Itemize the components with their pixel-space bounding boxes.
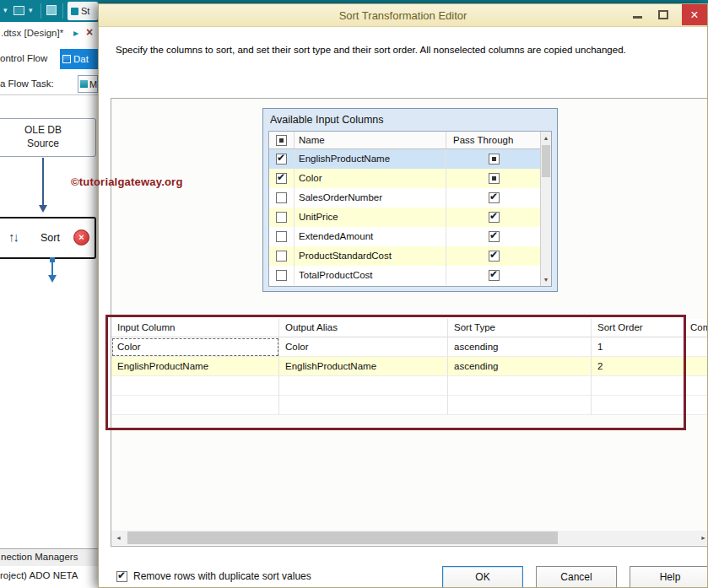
- input-column-cell[interactable]: EnglishProductName: [111, 357, 279, 376]
- scroll-right-icon[interactable]: ►: [696, 531, 708, 545]
- available-column-row[interactable]: ExtendedAmount: [269, 227, 542, 246]
- available-input-columns-table: Name Pass Through EnglishProductName Col…: [268, 131, 552, 287]
- column-select-checkbox[interactable]: [276, 231, 287, 242]
- column-select-checkbox[interactable]: [276, 212, 287, 223]
- data-path-arrow[interactable]: [51, 262, 53, 275]
- maximize-button[interactable]: [651, 4, 675, 25]
- cancel-button[interactable]: Cancel: [536, 566, 617, 588]
- sort-arrows-icon: ↑↓: [8, 229, 18, 244]
- sort-node[interactable]: ↑↓ Sort ×: [0, 217, 96, 259]
- available-column-row[interactable]: ProductStandardCost: [269, 246, 542, 266]
- flow-task-row: a Flow Task: M: [0, 73, 98, 95]
- sort-type-cell[interactable]: ascending: [448, 357, 592, 376]
- dropdown-caret-icon[interactable]: ▾: [3, 6, 8, 14]
- pass-through-checkbox[interactable]: [489, 154, 500, 165]
- tab-data-flow[interactable]: Dat: [60, 49, 98, 69]
- toolbar-icon[interactable]: [46, 5, 57, 15]
- input-column-cell[interactable]: [111, 376, 279, 396]
- sort-grid-row: Color Color ascending 1: [111, 337, 708, 357]
- sort-grid-row: EnglishProductName EnglishProductName as…: [111, 357, 708, 376]
- vertical-scrollbar[interactable]: ▲ ▼: [540, 132, 551, 286]
- window-icon[interactable]: [14, 6, 24, 15]
- scroll-left-icon[interactable]: ◄: [111, 531, 126, 545]
- close-button[interactable]: ×: [682, 4, 707, 25]
- output-alias-cell[interactable]: [279, 376, 448, 396]
- column-select-checkbox[interactable]: [276, 270, 287, 281]
- ole-db-source-label: OLE DB Source: [16, 124, 70, 150]
- input-column-cell[interactable]: Color: [111, 337, 279, 357]
- comparison-flags-cell[interactable]: [684, 376, 708, 396]
- task-icon: [80, 80, 88, 88]
- document-tab[interactable]: .dtsx [Design]*: [1, 28, 63, 38]
- dialog-title-bar[interactable]: Sort Transformation Editor ×: [99, 4, 707, 27]
- sort-type-cell[interactable]: ascending: [448, 337, 592, 357]
- available-column-row[interactable]: UnitPrice: [269, 208, 542, 227]
- output-alias-cell[interactable]: Color: [279, 337, 448, 357]
- column-select-checkbox[interactable]: [276, 251, 287, 262]
- sort-order-cell[interactable]: [592, 396, 684, 415]
- horizontal-scrollbar[interactable]: ◄ ►: [111, 531, 708, 545]
- dialog-title: Sort Transformation Editor: [99, 9, 707, 22]
- designer-tabs-row: ontrol Flow Dat: [0, 46, 98, 70]
- flow-task-value: M: [89, 79, 97, 89]
- output-alias-cell[interactable]: EnglishProductName: [279, 357, 448, 376]
- column-select-checkbox[interactable]: [276, 173, 287, 184]
- available-column-row[interactable]: TotalProductCost: [269, 266, 542, 285]
- column-select-checkbox[interactable]: [276, 154, 287, 165]
- pass-through-checkbox[interactable]: [489, 251, 500, 262]
- start-label: St: [81, 6, 89, 16]
- sort-order-cell[interactable]: 1: [592, 337, 684, 357]
- sort-order-cell[interactable]: [592, 376, 684, 396]
- scroll-up-icon[interactable]: ▲: [541, 132, 551, 144]
- available-column-row[interactable]: SalesOrderNumber: [269, 188, 542, 208]
- comparison-flags-cell[interactable]: [684, 337, 708, 357]
- pass-through-checkbox[interactable]: [489, 192, 500, 203]
- sort-grid-empty-row: [111, 396, 708, 415]
- remove-duplicates-option[interactable]: Remove rows with duplicate sort values: [116, 570, 311, 582]
- connection-manager-item[interactable]: roject) ADO NETA: [0, 570, 98, 580]
- dropdown-caret-icon[interactable]: ▾: [29, 6, 33, 14]
- available-columns-header-row: Name Pass Through: [269, 132, 542, 149]
- name-column-header: Name: [295, 132, 446, 148]
- pass-through-checkbox[interactable]: [489, 173, 500, 184]
- sort-order-cell[interactable]: 2: [592, 357, 684, 376]
- pass-through-checkbox[interactable]: [489, 231, 500, 242]
- start-debug-button[interactable]: St: [68, 2, 98, 20]
- scrollbar-thumb[interactable]: [542, 145, 550, 177]
- available-column-row[interactable]: Color: [269, 169, 542, 188]
- tab-close-icon[interactable]: ×: [86, 25, 93, 39]
- tab-control-flow[interactable]: ontrol Flow: [0, 53, 47, 63]
- sort-transformation-editor-dialog: Sort Transformation Editor × Specify the…: [98, 3, 708, 588]
- column-name: ExtendedAmount: [295, 227, 446, 246]
- connection-managers-header[interactable]: nection Managers: [0, 548, 98, 566]
- document-tab-row: .dtsx [Design]* ▸ ×: [0, 22, 98, 45]
- data-path-arrow[interactable]: [42, 158, 44, 205]
- available-column-row[interactable]: EnglishProductName: [269, 149, 542, 169]
- data-flow-design-surface[interactable]: OLE DB Source ↑↓ Sort ×: [0, 95, 98, 548]
- pin-icon[interactable]: ▸: [73, 27, 78, 39]
- comparison-flags-cell[interactable]: [684, 396, 708, 415]
- sort-node-label: Sort: [41, 232, 60, 244]
- input-column-cell[interactable]: [111, 396, 279, 415]
- sort-columns-grid: Input Column Output Alias Sort Type Sort…: [111, 319, 708, 415]
- output-alias-header: Output Alias: [279, 319, 448, 337]
- comparison-flags-cell[interactable]: [684, 357, 708, 376]
- remove-duplicates-checkbox[interactable]: [116, 571, 127, 582]
- help-button[interactable]: Help: [630, 566, 708, 588]
- pass-through-checkbox[interactable]: [489, 212, 500, 223]
- input-column-header: Input Column: [111, 319, 279, 337]
- minimize-button[interactable]: [626, 4, 650, 25]
- flow-task-combo[interactable]: M: [78, 75, 98, 93]
- column-select-checkbox[interactable]: [276, 192, 287, 203]
- sort-type-cell[interactable]: [448, 396, 592, 415]
- remove-duplicates-label: Remove rows with duplicate sort values: [133, 570, 311, 582]
- start-icon: [71, 8, 78, 15]
- select-all-checkbox[interactable]: [276, 135, 287, 146]
- scrollbar-thumb[interactable]: [127, 531, 558, 544]
- output-alias-cell[interactable]: [279, 396, 448, 415]
- sort-type-cell[interactable]: [448, 376, 592, 396]
- pass-through-checkbox[interactable]: [489, 270, 500, 281]
- scroll-down-icon[interactable]: ▼: [541, 273, 551, 286]
- ole-db-source-node[interactable]: OLE DB Source: [0, 118, 96, 157]
- ok-button[interactable]: OK: [442, 566, 523, 588]
